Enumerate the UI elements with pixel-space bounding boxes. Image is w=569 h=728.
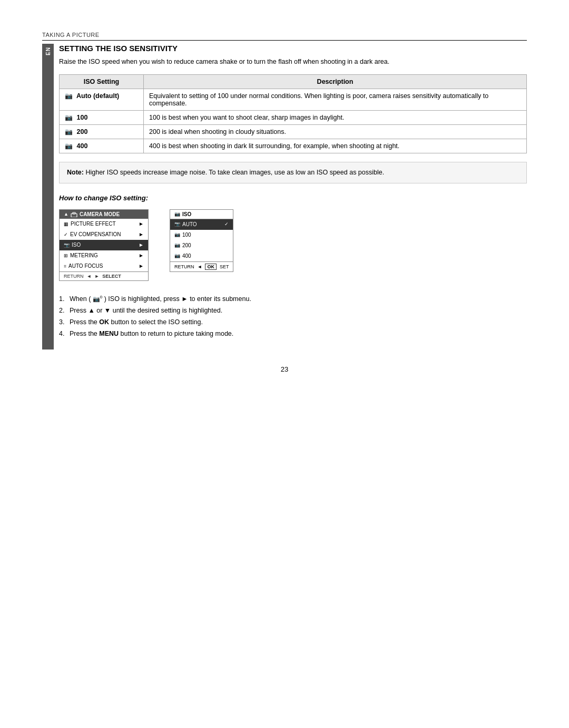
steps-list: 1. When ( 📷0 ) ISO is highlighted, press… bbox=[59, 294, 527, 339]
table-cell-desc: 400 is best when shooting in dark lit su… bbox=[144, 139, 527, 153]
side-tab-label: EN bbox=[45, 47, 51, 55]
menu-item-af: ⌗ AUTO FOCUS ► bbox=[60, 261, 148, 271]
iso-200-label: 200 bbox=[182, 241, 191, 250]
step-1: 1. When ( 📷0 ) ISO is highlighted, press… bbox=[59, 294, 527, 304]
iso-400-icon: 📷 bbox=[174, 252, 180, 259]
iso-400-label: 400 bbox=[182, 252, 191, 260]
menu-item-picture-effect: ▦ PICTURE EFFECT ► bbox=[60, 219, 148, 229]
camera-icon bbox=[71, 211, 77, 217]
iso-header-icon: 📷 bbox=[174, 211, 180, 217]
iso-icon-400: 📷 bbox=[65, 142, 73, 150]
iso-submenu-title: ISO bbox=[182, 211, 191, 217]
menu-diagrams: ▲ CAMERA MODE ▦ PICTURE EFFECT bbox=[59, 209, 527, 281]
step-4: 4. Press the MENU button to return to pi… bbox=[59, 328, 527, 339]
iso-icon-100: 📷 bbox=[65, 114, 73, 121]
menu-item-ev: ✓ EV COMPENSATION ► bbox=[60, 229, 148, 240]
section-title: SETTING THE ISO SENSITIVITY bbox=[59, 44, 527, 53]
table-header-description: Description bbox=[144, 74, 527, 89]
picture-effect-icon: ▦ bbox=[64, 220, 68, 228]
camera-menu: ▲ CAMERA MODE ▦ PICTURE EFFECT bbox=[59, 209, 149, 281]
table-header-setting: ISO Setting bbox=[60, 74, 144, 89]
menu-item-iso: 📷 ISO ► bbox=[60, 240, 148, 250]
table-row: 📷 Auto (default) Equivalent to setting o… bbox=[60, 89, 527, 110]
iso-item-200: 📷 200 bbox=[170, 240, 233, 251]
iso-table: ISO Setting Description 📷 Auto (default)… bbox=[59, 74, 527, 153]
note-text: Higher ISO speeds increase image noise. … bbox=[85, 169, 384, 176]
iso-submenu-footer: RETURN ◄ OK SET bbox=[170, 261, 233, 271]
header-arrow-up: ▲ bbox=[64, 211, 68, 217]
af-icon: ⌗ bbox=[64, 263, 66, 270]
ok-button-ref: OK bbox=[99, 318, 109, 326]
iso-auto-label: AUTO bbox=[182, 220, 197, 229]
menu-button-ref: MENU bbox=[99, 330, 119, 337]
camera-menu-header: ▲ CAMERA MODE bbox=[60, 210, 148, 219]
iso-submenu: 📷 ISO 📷 AUTO ✓ 📷 100 bbox=[170, 209, 233, 272]
page-number: 23 bbox=[42, 365, 527, 373]
note-box: Note: Higher ISO speeds increase image n… bbox=[59, 162, 527, 183]
nav-left-icon: ◄ bbox=[87, 274, 92, 279]
section-intro: Raise the ISO speed when you wish to red… bbox=[59, 57, 527, 67]
main-section: EN SETTING THE ISO SENSITIVITY Raise the… bbox=[42, 44, 527, 350]
step-num-3: 3. bbox=[59, 317, 64, 327]
table-row: 📷 100 100 is best when you want to shoot… bbox=[60, 110, 527, 124]
table-cell-setting: 📷 200 bbox=[60, 124, 144, 139]
step-num-1: 1. bbox=[59, 294, 64, 304]
step-num-2: 2. bbox=[59, 305, 64, 316]
step-2: 2. Press ▲ or ▼ until the desired settin… bbox=[59, 305, 527, 316]
iso-return-label: RETURN bbox=[174, 264, 194, 269]
iso-nav-left: ◄ bbox=[198, 264, 202, 269]
iso-item-auto: 📷 AUTO ✓ bbox=[170, 219, 233, 230]
camera-menu-footer: RETURN ◄ ► SELECT bbox=[60, 271, 148, 280]
menu-item-metering: ⊞ METERING ► bbox=[60, 250, 148, 261]
metering-icon: ⊞ bbox=[64, 252, 68, 259]
section-content: SETTING THE ISO SENSITIVITY Raise the IS… bbox=[54, 44, 527, 350]
iso-icon-auto: 📷 bbox=[65, 92, 73, 100]
side-tab: EN bbox=[42, 44, 54, 350]
picture-effect-arrow: ► bbox=[139, 220, 144, 228]
return-label: RETURN bbox=[64, 274, 84, 279]
table-cell-setting: 📷 Auto (default) bbox=[60, 89, 144, 110]
table-cell-desc: 100 is best when you want to shoot clear… bbox=[144, 110, 527, 124]
table-cell-desc: 200 is ideal when shooting in cloudy sit… bbox=[144, 124, 527, 139]
ok-box: OK bbox=[205, 264, 217, 270]
table-row: 📷 400 400 is best when shooting in dark … bbox=[60, 139, 527, 153]
iso-100-label: 100 bbox=[182, 231, 191, 239]
step-num-4: 4. bbox=[59, 328, 64, 339]
table-cell-desc: Equivalent to setting of 100 under norma… bbox=[144, 89, 527, 110]
iso-item-400: 📷 400 bbox=[170, 251, 233, 261]
iso-icon-200: 📷 bbox=[65, 128, 73, 135]
iso-200-icon: 📷 bbox=[174, 241, 180, 249]
iso-set-label: SET bbox=[220, 264, 229, 269]
metering-label: METERING bbox=[70, 251, 98, 260]
step-3: 3. Press the OK button to select the ISO… bbox=[59, 317, 527, 327]
ev-icon: ✓ bbox=[64, 231, 68, 238]
table-row: 📷 200 200 is ideal when shooting in clou… bbox=[60, 124, 527, 139]
iso-100-icon: 📷 bbox=[174, 231, 180, 238]
iso-item-100: 📷 100 bbox=[170, 230, 233, 240]
select-label: SELECT bbox=[102, 274, 121, 279]
nav-right-icon: ► bbox=[94, 274, 99, 279]
iso-menu-icon: 📷 bbox=[64, 241, 70, 249]
breadcrumb: TAKING A PICTURE bbox=[42, 32, 527, 41]
iso-submenu-header: 📷 ISO bbox=[170, 210, 233, 219]
af-label: AUTO FOCUS bbox=[68, 262, 103, 270]
af-arrow: ► bbox=[139, 262, 144, 270]
iso-arrow: ► bbox=[139, 241, 144, 249]
iso-auto-check: ✓ bbox=[224, 220, 229, 228]
camera-menu-title: CAMERA MODE bbox=[80, 211, 120, 217]
ev-arrow: ► bbox=[139, 230, 144, 239]
how-to-title: How to change ISO setting: bbox=[59, 194, 527, 202]
note-label: Note: bbox=[67, 169, 84, 176]
metering-arrow: ► bbox=[139, 251, 144, 260]
iso-auto-icon: 📷 bbox=[174, 220, 180, 228]
iso-label: ISO bbox=[72, 241, 81, 249]
table-cell-setting: 📷 100 bbox=[60, 110, 144, 124]
picture-effect-label: PICTURE EFFECT bbox=[71, 220, 116, 228]
table-cell-setting: 📷 400 bbox=[60, 139, 144, 153]
ev-label: EV COMPENSATION bbox=[70, 230, 121, 239]
iso-inline-icon: 📷0 bbox=[93, 296, 102, 302]
